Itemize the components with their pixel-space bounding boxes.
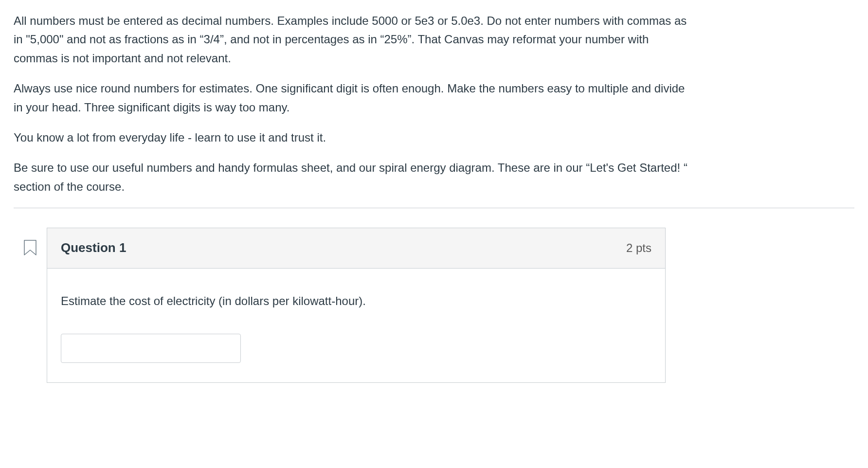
- question-text: Estimate the cost of electricity (in dol…: [61, 292, 651, 310]
- flag-question-icon[interactable]: [23, 239, 37, 261]
- question-body: Estimate the cost of electricity (in dol…: [47, 269, 665, 382]
- question-points: 2 pts: [626, 239, 651, 257]
- instruction-paragraph: Be sure to use our useful numbers and ha…: [14, 159, 695, 196]
- instruction-paragraph: All numbers must be entered as decimal n…: [14, 12, 695, 68]
- question-container: Question 1 2 pts Estimate the cost of el…: [23, 228, 666, 383]
- instruction-paragraph: Always use nice round numbers for estima…: [14, 79, 695, 117]
- question-box: Question 1 2 pts Estimate the cost of el…: [47, 228, 666, 383]
- quiz-instructions: All numbers must be entered as decimal n…: [14, 12, 695, 196]
- section-divider: [14, 208, 854, 208]
- question-header: Question 1 2 pts: [47, 228, 665, 269]
- question-title: Question 1: [61, 238, 126, 258]
- answer-input[interactable]: [61, 334, 241, 363]
- instruction-paragraph: You know a lot from everyday life - lear…: [14, 128, 695, 147]
